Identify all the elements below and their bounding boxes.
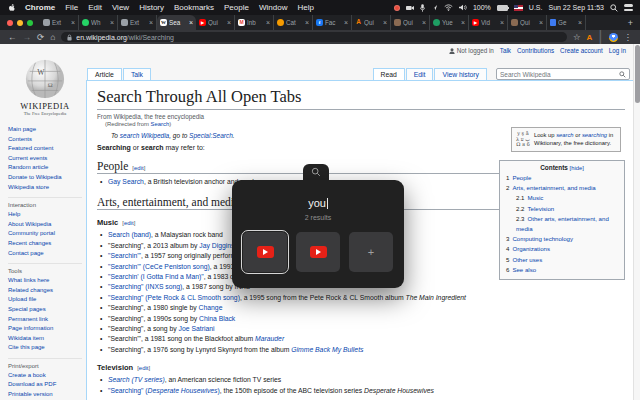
sidebar-link-related-changes[interactable]: Related changes (8, 287, 53, 293)
inline-link[interactable]: Jay Diggins (199, 242, 234, 249)
clock[interactable]: Sun 22 Sep 11:53 (548, 4, 604, 11)
sidebar-link-donate-to-wikipedia[interactable]: Donate to Wikipedia (8, 174, 62, 180)
chrome-menu-icon[interactable]: ⋮ (624, 33, 633, 42)
namespace-tab-talk[interactable]: Talk (123, 68, 151, 80)
inline-link[interactable]: search (556, 132, 573, 138)
overlay-query-text[interactable]: you (308, 197, 326, 209)
inline-link[interactable]: searching (582, 132, 607, 138)
battery-icon[interactable] (497, 5, 508, 11)
tab-result-tile-2[interactable] (296, 232, 340, 272)
sidebar-link-wikidata-item[interactable]: Wikidata item (8, 335, 44, 341)
browser-tab-qui[interactable]: ▶Qui× (196, 15, 235, 30)
tab-close-icon[interactable]: × (149, 19, 153, 26)
inline-link[interactable]: Search (TV series) (108, 376, 165, 383)
browser-tab-wh[interactable]: Wh× (79, 15, 118, 30)
back-button[interactable]: ← (8, 33, 17, 42)
close-window-button[interactable] (7, 20, 13, 26)
tab-close-icon[interactable]: × (71, 19, 75, 26)
sidebar-link-create-a-book[interactable]: Create a book (8, 372, 46, 378)
sidebar-link-wikipedia-store[interactable]: Wikipedia store (8, 184, 49, 190)
profile-avatar[interactable] (609, 33, 618, 42)
inline-link[interactable]: Gay Search (108, 178, 144, 185)
personal-link-talk[interactable]: Talk (500, 47, 511, 54)
tab-close-icon[interactable]: × (266, 19, 270, 26)
sidebar-link-special-pages[interactable]: Special pages (8, 306, 46, 312)
browser-tab-qui[interactable]: Qui× (508, 15, 547, 30)
sidebar-link-printable-version[interactable]: Printable version (8, 391, 53, 397)
inline-link[interactable]: "Searchin' (I Gotta Find a Man)" (108, 273, 204, 280)
tab-close-icon[interactable]: × (539, 19, 543, 26)
inline-link[interactable]: Joe Satriani (179, 325, 215, 332)
menubar-item-window[interactable]: Window (259, 3, 287, 12)
browser-tab-vid[interactable]: ▶Vid× (469, 15, 508, 30)
control-center-icon[interactable] (624, 4, 633, 11)
sidebar-link-featured-content[interactable]: Featured content (8, 145, 53, 151)
address-bar[interactable]: en.wikipedia.org/wiki/Searching (61, 32, 567, 42)
sidebar-link-community-portal[interactable]: Community portal (8, 230, 55, 236)
tab-close-icon[interactable]: × (344, 19, 348, 26)
menubar-item-people[interactable]: People (224, 3, 249, 12)
wikipedia-logo[interactable]: W Ω WIKIPEDIA The Free Encyclopedia (8, 58, 82, 116)
location-icon[interactable] (431, 4, 438, 11)
window-controls[interactable] (0, 15, 40, 30)
browser-tab-sea[interactable]: WSea× (157, 15, 196, 30)
sidebar-link-about-wikipedia[interactable]: About Wikipedia (8, 221, 51, 227)
menubar-item-edit[interactable]: Edit (88, 3, 102, 12)
edit-link[interactable]: edit (124, 220, 134, 226)
tab-close-icon[interactable]: × (578, 19, 582, 26)
menubar-item-help[interactable]: Help (297, 3, 313, 12)
browser-tab-ext[interactable]: Ext× (40, 15, 79, 30)
reload-button[interactable]: ⟳ (37, 33, 44, 42)
contents-hide-toggle[interactable]: [hide] (570, 165, 584, 171)
inline-link[interactable]: "Searching" (INXS song) (108, 283, 182, 290)
browser-tab-qui[interactable]: AQui× (352, 15, 391, 30)
camera-icon[interactable] (406, 5, 414, 11)
browser-tab-qui[interactable]: Qui× (391, 15, 430, 30)
inline-link[interactable]: Special:Search (189, 132, 233, 139)
sidebar-link-current-events[interactable]: Current events (8, 155, 47, 161)
bookmark-star-icon[interactable]: ☆ (573, 33, 581, 42)
inline-link[interactable]: Gimme Back My Bullets (291, 346, 363, 353)
extension-a-icon[interactable]: A (587, 33, 593, 42)
inline-link[interactable]: "Searching" ( (108, 387, 148, 394)
zoom-window-button[interactable] (27, 20, 33, 26)
mic-icon[interactable] (420, 4, 425, 12)
page-scrollbar[interactable] (633, 44, 640, 400)
menubar-item-bookmarks[interactable]: Bookmarks (174, 3, 214, 12)
inline-link[interactable]: Search (151, 121, 170, 127)
sidebar-link-page-information[interactable]: Page information (8, 325, 53, 331)
sidebar-link-help[interactable]: Help (8, 211, 20, 217)
tab-close-icon[interactable]: × (383, 19, 387, 26)
inline-link[interactable]: Marauder (255, 335, 284, 342)
personal-link-create-account[interactable]: Create account (560, 47, 603, 54)
tab-result-tile-1[interactable] (243, 232, 287, 272)
sidebar-link-what-links-here[interactable]: What links here (8, 277, 49, 283)
sidebar-link-cite-this-page[interactable]: Cite this page (8, 344, 45, 350)
tab-close-icon[interactable]: × (110, 19, 114, 26)
inline-link[interactable]: "Searching" (Pete Rock & CL Smooth song) (108, 294, 240, 301)
search-icon[interactable] (619, 71, 626, 78)
tab-close-icon[interactable]: × (461, 19, 465, 26)
sidebar-link-main-page[interactable]: Main page (8, 126, 36, 132)
tab-result-tile-3[interactable]: + (349, 232, 393, 272)
inline-link[interactable]: search Wikipedia (120, 132, 169, 139)
wiki-search-box[interactable] (496, 68, 630, 80)
contents-link-2-1[interactable]: Music (527, 194, 543, 201)
inline-link[interactable]: "Searchin'" (108, 252, 141, 259)
home-button[interactable]: ⌂ (50, 33, 55, 42)
view-tab-read[interactable]: Read (373, 68, 405, 80)
inline-link[interactable]: Change (199, 304, 223, 311)
personal-link-contributions[interactable]: Contributions (517, 47, 554, 54)
contents-link-2-2[interactable]: Television (527, 205, 554, 212)
sidebar-link-upload-file[interactable]: Upload file (8, 296, 36, 302)
browser-tab-yue[interactable]: Yue× (430, 15, 469, 30)
tab-close-icon[interactable]: × (227, 19, 231, 26)
menubar-item-view[interactable]: View (112, 3, 129, 12)
tab-close-icon[interactable]: × (189, 19, 193, 26)
forward-button[interactable]: → (23, 33, 32, 42)
browser-tab-fac[interactable]: fFac× (313, 15, 352, 30)
menubar-item-chrome[interactable]: Chrome (25, 3, 55, 12)
scrollbar-thumb[interactable] (635, 45, 640, 103)
menubar-item-file[interactable]: File (65, 3, 78, 12)
inline-link[interactable]: Desperate Housewives (148, 387, 218, 394)
